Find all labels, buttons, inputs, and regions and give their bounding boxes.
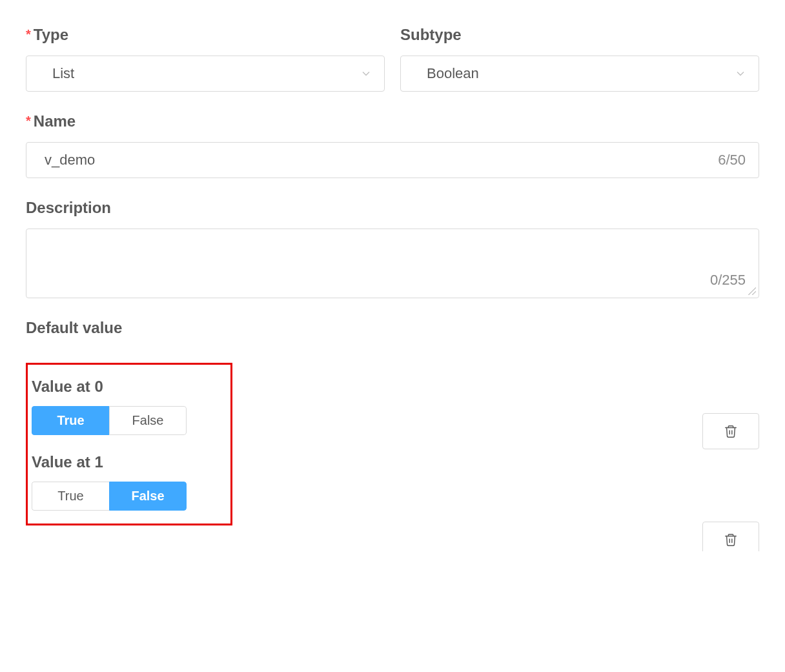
toggle-group-0: True False	[32, 406, 187, 435]
select-subtype[interactable]: Boolean	[400, 56, 759, 92]
svg-line-0	[748, 287, 756, 295]
label-subtype-text: Subtype	[400, 26, 462, 44]
field-type: * Type List	[26, 26, 385, 92]
trash-icon	[724, 424, 738, 438]
toggle-true-1[interactable]: True	[32, 482, 109, 511]
row-description: Description 0/255	[26, 199, 759, 298]
required-marker: *	[26, 114, 31, 127]
field-name: * Name 6/50	[26, 112, 759, 178]
chevron-down-icon	[360, 67, 372, 80]
label-type-text: Type	[34, 26, 68, 44]
value-block-0: Value at 0 True False	[32, 378, 218, 435]
description-char-count: 0/255	[710, 272, 746, 289]
field-description: Description 0/255	[26, 199, 759, 298]
toggle-false-0[interactable]: False	[109, 406, 187, 435]
label-value-1: Value at 1	[32, 453, 218, 471]
description-input[interactable]	[39, 238, 746, 272]
select-type[interactable]: List	[26, 56, 385, 92]
section-title-default-value: Default value	[26, 319, 759, 337]
values-container: Value at 0 True False Value at 1 True Fa…	[26, 363, 759, 525]
label-subtype: Subtype	[400, 26, 759, 44]
value-block-1: Value at 1 True False	[32, 453, 218, 511]
field-subtype: Subtype Boolean	[400, 26, 759, 92]
label-description: Description	[26, 199, 759, 217]
delete-value-0-button[interactable]	[702, 413, 759, 449]
row-type-subtype: * Type List Subtype Boolean	[26, 26, 759, 92]
delete-value-1-button[interactable]	[702, 522, 759, 551]
input-wrap-name: 6/50	[26, 142, 759, 178]
label-description-text: Description	[26, 199, 111, 217]
name-input[interactable]	[45, 152, 718, 168]
toggle-true-0[interactable]: True	[32, 406, 109, 435]
label-name-text: Name	[34, 112, 76, 130]
label-value-0: Value at 0	[32, 378, 218, 396]
select-type-value: List	[52, 65, 74, 82]
toggle-false-1[interactable]: False	[109, 482, 187, 511]
resize-handle-icon[interactable]	[747, 286, 756, 295]
svg-line-1	[752, 291, 756, 295]
highlight-box: Value at 0 True False Value at 1 True Fa…	[26, 363, 232, 525]
label-type: * Type	[26, 26, 385, 44]
form-container: * Type List Subtype Boolean	[26, 26, 759, 525]
required-marker: *	[26, 28, 31, 41]
select-subtype-value: Boolean	[427, 65, 479, 82]
trash-icon	[724, 533, 738, 547]
chevron-down-icon	[734, 67, 747, 80]
textarea-wrap-description: 0/255	[26, 229, 759, 298]
name-char-count: 6/50	[718, 152, 746, 168]
toggle-group-1: True False	[32, 482, 187, 511]
label-name: * Name	[26, 112, 759, 130]
row-name: * Name 6/50	[26, 112, 759, 178]
